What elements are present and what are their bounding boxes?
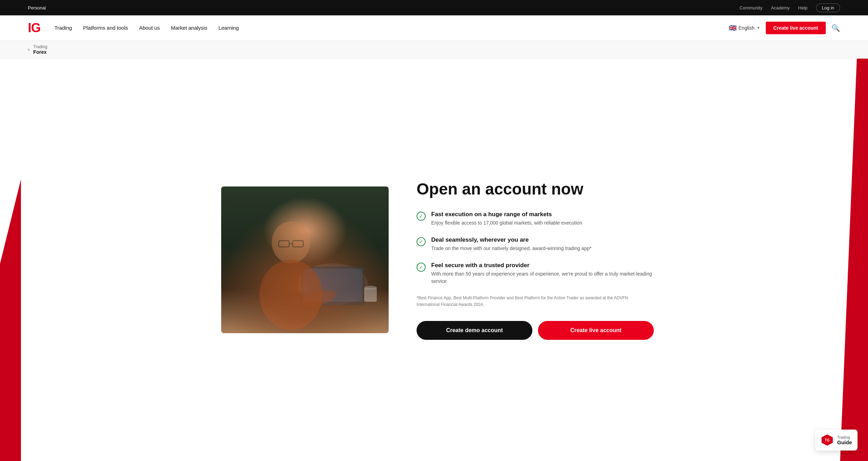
trading-guide-badge[interactable]: TG Trading Guide <box>815 430 858 451</box>
language-selector[interactable]: 🇬🇧 English ▼ <box>729 24 760 32</box>
feature-heading-3: Feel secure with a trusted provider <box>431 262 654 269</box>
nav-platforms[interactable]: Platforms and tools <box>83 25 128 31</box>
logo[interactable]: IG <box>28 22 40 34</box>
main-content: Open an account now ✓ Fast execution on … <box>0 59 868 461</box>
feature-item-2: ✓ Deal seamlessly, wherever you are Trad… <box>417 236 654 252</box>
nav-learning[interactable]: Learning <box>218 25 239 31</box>
breadcrumb-text: Trading Forex <box>33 44 47 55</box>
breadcrumb-current: Forex <box>33 49 47 55</box>
feature-item-1: ✓ Fast execution on a huge range of mark… <box>417 211 654 227</box>
footnote: *Best Finance App, Best Multi-Platform P… <box>417 295 640 308</box>
feature-heading-1: Fast execution on a huge range of market… <box>431 211 582 218</box>
nav-left: IG Trading Platforms and tools About us … <box>28 22 239 34</box>
top-bar-left: Personal <box>28 5 46 10</box>
svg-point-12 <box>364 286 377 290</box>
search-icon[interactable]: 🔍 <box>831 24 840 32</box>
feature-text-3: Feel secure with a trusted provider With… <box>431 262 654 285</box>
cta-buttons: Create demo account Create live account <box>417 321 654 340</box>
breadcrumb: ‹ Trading Forex <box>0 41 868 59</box>
create-live-account-nav-button[interactable]: Create live account <box>766 22 826 34</box>
feature-list: ✓ Fast execution on a huge range of mark… <box>417 211 654 285</box>
nav-links: Trading Platforms and tools About us Mar… <box>54 25 239 31</box>
content-wrapper: Open an account now ✓ Fast execution on … <box>0 59 868 461</box>
hero-title: Open an account now <box>417 180 654 198</box>
flag-icon: 🇬🇧 <box>729 24 736 32</box>
trading-guide-label-bottom: Guide <box>837 439 852 445</box>
feature-desc-3: With more than 50 years of experience ye… <box>431 270 654 285</box>
main-navigation: IG Trading Platforms and tools About us … <box>0 15 868 41</box>
top-bar-right: Community Academy Help Log in <box>740 3 840 12</box>
svg-point-5 <box>272 221 310 263</box>
help-link[interactable]: Help <box>798 5 808 10</box>
nav-right: 🇬🇧 English ▼ Create live account 🔍 <box>729 22 840 34</box>
nav-market[interactable]: Market analysis <box>171 25 207 31</box>
trading-guide-text: Trading Guide <box>837 435 852 445</box>
person-image-simulation <box>221 186 389 333</box>
create-demo-account-button[interactable]: Create demo account <box>417 321 532 340</box>
trading-guide-icon: TG <box>821 434 833 446</box>
academy-link[interactable]: Academy <box>771 5 790 10</box>
chevron-down-icon: ▼ <box>757 26 760 30</box>
check-icon-2: ✓ <box>417 237 426 246</box>
feature-desc-2: Trade on the move with our natively desi… <box>431 245 591 252</box>
nav-about[interactable]: About us <box>139 25 160 31</box>
svg-text:TG: TG <box>825 438 830 442</box>
breadcrumb-parent: Trading <box>33 44 47 49</box>
login-button[interactable]: Log in <box>816 3 840 12</box>
feature-text-1: Fast execution on a huge range of market… <box>431 211 582 227</box>
personal-link[interactable]: Personal <box>28 5 46 10</box>
check-icon-1: ✓ <box>417 212 426 221</box>
nav-trading[interactable]: Trading <box>54 25 72 31</box>
feature-text-2: Deal seamlessly, wherever you are Trade … <box>431 236 591 252</box>
breadcrumb-back-icon[interactable]: ‹ <box>28 46 30 53</box>
feature-heading-2: Deal seamlessly, wherever you are <box>431 236 591 243</box>
check-icon-3: ✓ <box>417 263 426 272</box>
feature-item-3: ✓ Feel secure with a trusted provider Wi… <box>417 262 654 285</box>
top-bar: Personal Community Academy Help Log in <box>0 0 868 15</box>
hero-image <box>221 186 389 333</box>
community-link[interactable]: Community <box>740 5 763 10</box>
create-live-account-button[interactable]: Create live account <box>538 321 654 340</box>
language-label: English <box>739 25 755 31</box>
hero-text: Open an account now ✓ Fast execution on … <box>417 180 654 339</box>
trading-guide-label-top: Trading <box>837 435 852 439</box>
feature-desc-1: Enjoy flexible access to 17,000 global m… <box>431 219 582 227</box>
